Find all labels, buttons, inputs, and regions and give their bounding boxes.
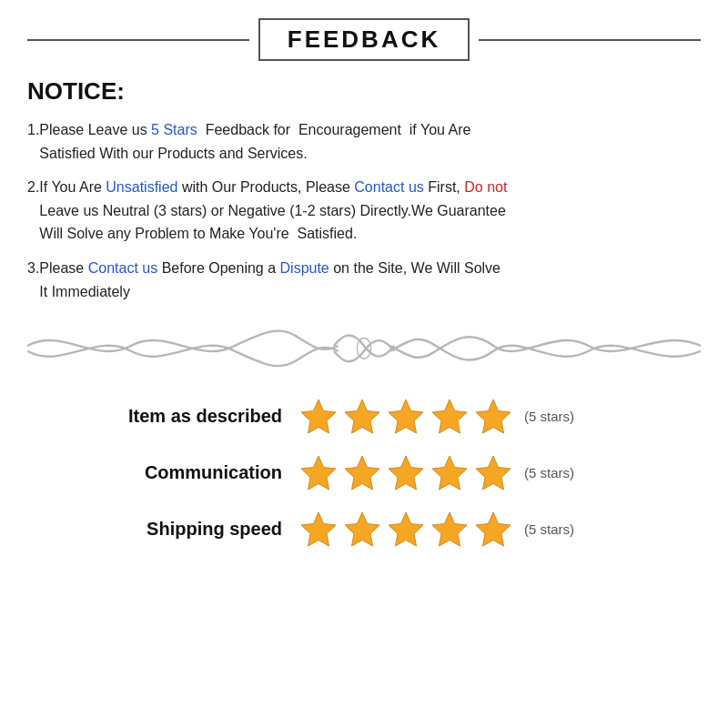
rating-row-shipping: Shipping speed (5 stars)	[55, 509, 574, 549]
rating-row-communication: Communication (5 stars)	[55, 452, 574, 492]
svg-marker-9	[432, 456, 467, 490]
star-3	[386, 452, 426, 492]
star-5	[473, 396, 513, 436]
svg-marker-10	[476, 456, 511, 490]
star-4	[430, 452, 470, 492]
stars-communication: (5 stars)	[298, 452, 574, 492]
svg-marker-15	[476, 512, 511, 546]
star-5	[473, 452, 513, 492]
svg-marker-6	[301, 456, 336, 490]
star-1	[298, 452, 339, 492]
feedback-title: FEEDBACK	[288, 25, 440, 53]
svg-marker-2	[345, 399, 379, 433]
rating-label-item-described: Item as described	[55, 406, 282, 427]
svg-marker-13	[389, 512, 423, 546]
rating-label-communication: Communication	[55, 462, 282, 483]
star-5	[473, 509, 513, 549]
star-2	[342, 452, 382, 492]
star-3	[386, 509, 426, 549]
star-1	[298, 509, 339, 549]
svg-marker-14	[432, 512, 467, 546]
notice-item-2: 2.If You Are Unsatisfied with Our Produc…	[27, 176, 701, 246]
stars-item-described: (5 stars)	[298, 396, 574, 436]
stars-label-communication: (5 stars)	[524, 465, 574, 480]
notice-heading: NOTICE:	[27, 77, 701, 106]
decorative-divider	[27, 314, 701, 378]
stars-label-shipping: (5 stars)	[524, 521, 574, 537]
rating-row-item-described: Item as described (5 stars)	[55, 396, 574, 436]
stars-label-item-described: (5 stars)	[524, 409, 574, 424]
svg-marker-1	[301, 399, 336, 433]
ratings-section: Item as described (5 stars) Communicatio…	[27, 396, 701, 565]
feedback-header: FEEDBACK	[27, 18, 701, 61]
stars-shipping: (5 stars)	[298, 509, 574, 549]
notice-items: 1.Please Leave us 5 Stars Feedback for E…	[27, 118, 701, 303]
notice-item-1: 1.Please Leave us 5 Stars Feedback for E…	[27, 118, 701, 165]
svg-marker-11	[301, 512, 336, 546]
header-line-left	[27, 39, 249, 41]
svg-marker-5	[476, 399, 511, 433]
svg-marker-4	[432, 399, 467, 433]
svg-marker-3	[389, 399, 423, 433]
star-3	[386, 396, 426, 436]
star-2	[342, 396, 382, 436]
star-1	[298, 396, 339, 436]
star-4	[430, 509, 470, 549]
svg-point-0	[357, 338, 370, 359]
star-2	[342, 509, 382, 549]
notice-item-3: 3.Please Contact us Before Opening a Dis…	[27, 257, 701, 303]
feedback-box: FEEDBACK	[258, 18, 470, 61]
rating-label-shipping: Shipping speed	[55, 519, 282, 540]
star-4	[430, 396, 470, 436]
svg-marker-7	[345, 456, 379, 490]
svg-marker-8	[389, 456, 423, 490]
header-line-right	[479, 39, 701, 41]
page: FEEDBACK NOTICE: 1.Please Leave us 5 Sta…	[0, 0, 728, 728]
svg-marker-12	[345, 512, 379, 546]
